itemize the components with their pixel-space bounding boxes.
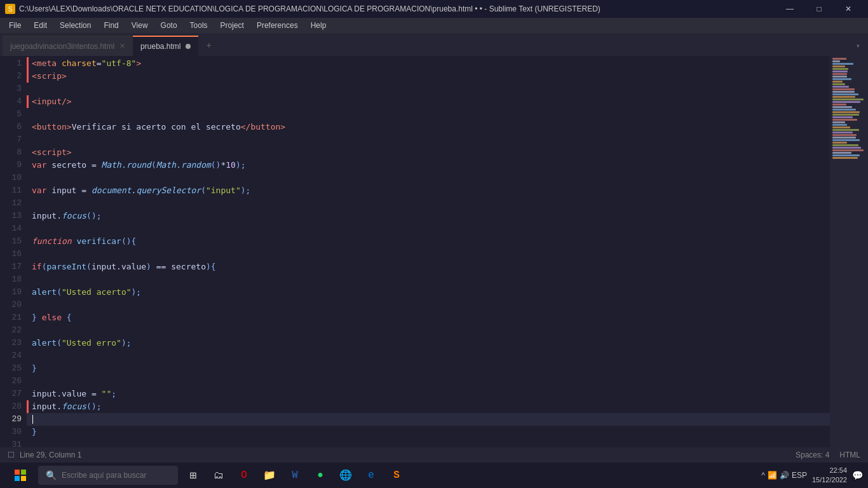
search-icon: 🔍 <box>46 470 57 481</box>
minimap-line <box>832 78 851 80</box>
line-number: 24 <box>0 349 22 362</box>
minimap <box>830 56 868 447</box>
code-line <box>27 413 830 426</box>
menu-item-edit[interactable]: Edit <box>27 18 53 33</box>
search-input[interactable] <box>62 471 163 480</box>
minimap-line <box>832 109 856 111</box>
whatsapp-icon[interactable]: ● <box>308 463 333 488</box>
search-bar[interactable]: 🔍 <box>38 466 178 485</box>
tab-modified-dot <box>186 44 191 49</box>
menu-item-view[interactable]: View <box>125 18 154 33</box>
line-number: 10 <box>0 172 22 184</box>
system-tray: ^ 📶 🔊 ESP <box>761 471 807 480</box>
code-line: } <box>27 426 830 438</box>
start-button[interactable] <box>5 463 36 488</box>
minimap-line <box>832 139 860 141</box>
line-number: 30 <box>0 426 22 438</box>
chrome-icon[interactable]: 🌐 <box>333 463 358 488</box>
tab-juegoadivinacion[interactable]: juegoadivinacion3intentos.html ✕ <box>3 36 133 56</box>
menu-item-find[interactable]: Find <box>97 18 125 33</box>
menu-item-tools[interactable]: Tools <box>184 18 214 33</box>
code-area[interactable]: <meta charset="utf-8"><scrip><input/><bu… <box>27 56 830 447</box>
minimap-line <box>832 111 860 113</box>
minimap-line <box>832 154 860 156</box>
status-line-col[interactable]: Line 29, Column 1 <box>20 451 81 459</box>
code-line: input.focus(); <box>27 400 830 413</box>
close-button[interactable]: ✕ <box>834 0 863 18</box>
code-line <box>27 172 830 184</box>
code-line <box>27 299 830 311</box>
code-line: alert("Usted acerto"); <box>27 286 830 299</box>
code-line: var secreto = Math.round(Math.random()*1… <box>27 159 830 172</box>
line-number: 27 <box>0 388 22 400</box>
minimize-button[interactable]: — <box>775 0 804 18</box>
minimap-line <box>832 81 843 83</box>
clock-time: 22:54 <box>812 466 847 475</box>
tabbar: juegoadivinacion3intentos.html ✕ prueba.… <box>0 33 868 56</box>
minimap-line <box>832 68 848 70</box>
status-checkbox: ☐ <box>8 451 15 459</box>
app-icon: S <box>5 4 15 14</box>
line-number: 21 <box>0 311 22 324</box>
menu-item-selection[interactable]: Selection <box>53 18 97 33</box>
code-line <box>27 133 830 146</box>
statusbar: ☐ Line 29, Column 1 Spaces: 4 HTML <box>0 447 868 463</box>
minimap-line <box>832 101 860 103</box>
code-line: <scrip> <box>27 70 830 83</box>
svg-rect-0 <box>15 470 20 475</box>
task-view-icon[interactable]: ⊞ <box>180 463 206 488</box>
minimap-line <box>832 96 855 98</box>
menu-item-project[interactable]: Project <box>214 18 250 33</box>
tab-list-chevron[interactable]: ▾ <box>851 36 865 56</box>
code-line: <meta charset="utf-8"> <box>27 57 830 70</box>
code-line: input.value = ""; <box>27 388 830 400</box>
opera-icon[interactable]: O <box>231 463 257 488</box>
line-number: 12 <box>0 197 22 210</box>
minimap-line <box>832 137 856 139</box>
new-tab-button[interactable]: + <box>201 36 216 56</box>
line-number: 25 <box>0 362 22 375</box>
minimap-line <box>832 65 845 67</box>
line-number: 20 <box>0 299 22 311</box>
maximize-button[interactable]: □ <box>804 0 834 18</box>
notification-icon[interactable]: 💬 <box>852 470 863 480</box>
line-number: 6 <box>0 121 22 133</box>
minimap-line <box>832 71 848 72</box>
code-line <box>27 108 830 121</box>
status-spaces[interactable]: Spaces: 4 <box>796 451 829 459</box>
minimap-line <box>832 86 849 88</box>
minimap-line <box>832 60 840 62</box>
titlebar-controls: — □ ✕ <box>775 0 863 18</box>
svg-rect-2 <box>15 476 20 481</box>
minimap-line <box>832 106 852 108</box>
word-icon[interactable]: W <box>282 463 308 488</box>
line-number: 5 <box>0 108 22 121</box>
tab-prueba[interactable]: prueba.html <box>133 36 198 56</box>
minimap-line <box>832 73 847 75</box>
folder-icon[interactable]: 📁 <box>257 463 282 488</box>
menu-item-help[interactable]: Help <box>304 18 333 33</box>
minimap-line <box>832 91 855 93</box>
line-number: 7 <box>0 133 22 146</box>
menu-item-goto[interactable]: Goto <box>154 18 184 33</box>
line-number: 3 <box>0 83 22 95</box>
menu-item-preferences[interactable]: Preferences <box>250 18 304 33</box>
tray-chevron[interactable]: ^ <box>761 471 765 480</box>
minimap-content <box>830 56 868 161</box>
code-line: <button>Verificar si acerto con el secre… <box>27 121 830 133</box>
minimap-line <box>832 147 861 149</box>
clock[interactable]: 22:54 15/12/2022 <box>812 466 847 485</box>
line-number: 4 <box>0 95 22 108</box>
line-number: 9 <box>0 159 22 172</box>
status-encoding[interactable]: HTML <box>839 451 860 459</box>
menu-item-file[interactable]: File <box>3 18 27 33</box>
edge-icon[interactable]: e <box>358 463 384 488</box>
file-explorer-icon[interactable]: 🗂 <box>206 463 231 488</box>
sublime-icon[interactable]: S <box>384 463 409 488</box>
minimap-line <box>832 93 858 95</box>
tab-close-icon[interactable]: ✕ <box>119 42 125 50</box>
code-line: function verificar(){ <box>27 235 830 248</box>
minimap-line <box>832 142 847 144</box>
menubar: FileEditSelectionFindViewGotoToolsProjec… <box>0 18 868 33</box>
taskbar: 🔍 ⊞ 🗂 O 📁 W ● 🌐 e S ^ 📶 🔊 ESP 22:54 15/1… <box>0 463 868 488</box>
